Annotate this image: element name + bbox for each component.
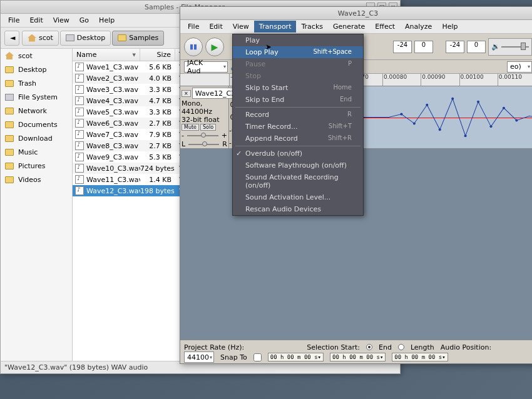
ruler-tick: 0.00110 [498,74,532,86]
au-menu-transport[interactable]: Transport [254,21,297,33]
fm-menu-view[interactable]: View [48,14,74,26]
volume-slider[interactable]: 🔉 [488,38,532,56]
folder-icon [5,149,14,156]
ruler-tick: 0.00100 [459,74,498,86]
au-menu-tracks[interactable]: Tracks [296,21,328,33]
track-close-button[interactable]: × [182,90,191,97]
breadcrumb-scot[interactable]: scot [22,31,59,46]
ruler-tick: 0.00090 [421,74,459,86]
selection-end-field[interactable]: 00 h 00 m 00 s▾ [330,353,386,361]
fm-menu-file[interactable]: File [3,14,24,26]
svg-point-5 [464,134,467,137]
meter-spin[interactable]: -24 [393,41,412,53]
menu-item-rescan-audio-devices[interactable]: Rescan Audio Devices [233,203,363,215]
au-menubar: FileEditViewTransportTracksGenerateEffec… [180,20,532,34]
menu-item-play[interactable]: Play [233,34,363,46]
menu-item-record[interactable]: RecordR [233,109,363,121]
sidebar-item-file-system[interactable]: File System [1,90,72,104]
au-menu-analyze[interactable]: Analyze [400,21,437,33]
folder-icon [5,135,14,142]
au-titlebar[interactable]: Wave12_C3 [180,7,532,20]
fm-menu-go[interactable]: Go [74,14,94,26]
selection-start-field[interactable]: 00 h 00 m 00 s▾ [268,353,324,361]
menu-item-skip-to-start[interactable]: Skip to StartHome [233,82,363,94]
au-menu-view[interactable]: View [228,21,254,33]
meter-spin[interactable]: 0 [414,41,433,53]
snap-to-checkbox[interactable] [253,353,262,361]
folder-icon [5,121,14,128]
breadcrumb-samples[interactable]: Samples [112,31,164,46]
folder-icon [118,34,126,41]
fm-menu-edit[interactable]: Edit [24,14,48,26]
drive-icon [5,94,14,101]
menu-item-sound-activated-recording-on-off-[interactable]: Sound Activated Recording (on/off) [233,171,363,191]
sidebar-item-desktop[interactable]: Desktop [1,63,72,76]
pause-button[interactable]: ▮▮ [184,38,203,56]
svg-point-0 [400,113,402,116]
snap-to-label: Snap To [220,353,247,361]
project-rate-combo[interactable]: 44100 [184,351,214,363]
audio-file-icon [75,141,84,150]
au-menu-edit[interactable]: Edit [204,21,227,33]
fm-sidebar: scotDesktopTrashFile SystemNetworkDocume… [1,49,73,361]
svg-point-1 [413,122,416,124]
svg-point-8 [503,107,505,109]
sidebar-item-music[interactable]: Music [1,145,72,159]
breadcrumb-desktop[interactable]: Desktop [60,31,111,46]
fm-col-size[interactable]: Size [140,49,175,61]
au-menu-generate[interactable]: Generate [328,21,370,33]
sidebar-item-network[interactable]: Network [1,104,72,118]
desktop-icon [5,66,14,73]
play-button[interactable]: ▶ [205,38,224,56]
pan-slider[interactable]: LR [182,140,227,148]
au-title: Wave12_C3 [180,9,532,18]
ruler-tick: 0.00080 [382,74,421,86]
svg-point-9 [515,119,518,121]
selection-start-label: Selection Start: [307,343,360,351]
length-radio[interactable] [398,344,404,350]
mute-button[interactable]: Mute [182,124,199,131]
menu-item-skip-to-end[interactable]: Skip to EndEnd [233,94,363,106]
au-track-panel: ×Wave12_C3 Mono, 44100Hz 32-bit float Mu… [180,86,229,148]
menu-item-sound-activation-level-[interactable]: Sound Activation Level... [233,191,363,203]
audio-file-icon [75,85,84,94]
meter-spin[interactable]: -24 [446,41,464,53]
sidebar-item-trash[interactable]: Trash [1,76,72,90]
meter-spin[interactable]: 0 [467,41,486,53]
sidebar-item-videos[interactable]: Videos [1,173,72,186]
sidebar-item-scot[interactable]: scot [1,49,72,63]
au-menu-effect[interactable]: Effect [370,21,400,33]
audio-file-icon [75,130,84,139]
menu-separator [235,146,361,146]
end-radio[interactable] [366,344,372,350]
audio-file-icon [75,186,84,195]
au-menu-file[interactable]: File [183,21,204,33]
audio-file-icon [75,153,84,161]
menu-item-stop: Stop [233,70,363,82]
home-icon [28,34,36,42]
fm-menu-help[interactable]: Help [94,14,120,26]
audio-host-combo[interactable]: JACK Aud [184,61,228,73]
menu-item-timer-record-[interactable]: Timer Record...Shift+T [233,121,363,133]
fm-back-button[interactable]: ◄ [4,31,19,46]
svg-point-2 [426,104,428,106]
sidebar-item-pictures[interactable]: Pictures [1,159,72,173]
home-icon [5,52,14,59]
gain-slider[interactable]: -+ [182,131,227,139]
output-combo[interactable]: eo) [507,61,532,73]
menu-item-pause: PauseP [233,58,363,70]
speaker-icon: 🔉 [491,43,500,51]
menu-item-append-record[interactable]: Append RecordShift+R [233,133,363,144]
au-menu-help[interactable]: Help [437,21,463,33]
menu-item-overdub-on-off-[interactable]: ✓Overdub (on/off) [233,148,363,159]
check-icon: ✓ [236,149,242,158]
audio-file-icon [75,164,84,173]
svg-point-3 [439,128,441,131]
solo-button[interactable]: Solo [200,124,216,131]
audio-position-field[interactable]: 00 h 00 m 00 s▾ [392,353,448,361]
menu-item-software-playthrough-on-off-[interactable]: Software Playthrough (on/off) [233,159,363,171]
menu-item-loop-play[interactable]: Loop PlayShift+Space [233,46,363,58]
sidebar-item-documents[interactable]: Documents [1,118,72,131]
fm-col-name[interactable]: Name▼ [73,49,140,61]
sidebar-item-download[interactable]: Download [1,131,72,145]
